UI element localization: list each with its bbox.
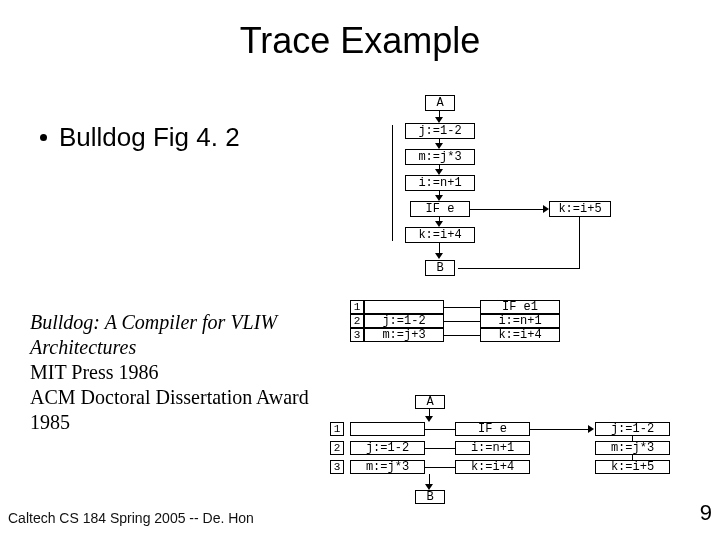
citation-block: Bulldog: A Compiler for VLIW Architectur… (30, 310, 330, 435)
node: k:=i+4 (405, 227, 475, 243)
cell: j:=1-2 (364, 314, 444, 328)
row-num: 3 (350, 328, 364, 342)
cell: m:=j*3 (595, 441, 670, 455)
citation-line: ACM Doctoral Dissertation Award 1985 (30, 385, 330, 435)
page-title: Trace Example (0, 0, 720, 82)
slide-number: 9 (700, 500, 712, 526)
bullet-text: Bulldog Fig 4. 2 (59, 122, 240, 153)
row-num: 2 (350, 314, 364, 328)
bullet-dot-icon (40, 134, 47, 141)
cell: i:=n+1 (455, 441, 530, 455)
cell: m:=j*3 (350, 460, 425, 474)
cell: m:=j+3 (364, 328, 444, 342)
row-num: 1 (330, 422, 344, 436)
row-num: 2 (330, 441, 344, 455)
cell: IF e (455, 422, 530, 436)
row-num: 1 (350, 300, 364, 314)
cell: j:=1-2 (350, 441, 425, 455)
node-b: B (425, 260, 455, 276)
diagram-flowchart: A j:=1-2 m:=j*3 i:=n+1 IF e k:=i+5 k:=i+… (350, 95, 650, 295)
cell: k:=i+4 (480, 328, 560, 342)
footer-text: Caltech CS 184 Spring 2005 -- De. Hon (8, 510, 254, 526)
node: m:=j*3 (405, 149, 475, 165)
diagram-expanded: A 1 2 3 j:=1-2 m:=j*3 IF e i:=n+1 k:=i+4… (330, 395, 700, 525)
cell-empty (364, 300, 444, 314)
cell: k:=i+4 (455, 460, 530, 474)
node-if: IF e (410, 201, 470, 217)
citation-title: Bulldog: A Compiler for VLIW Architectur… (30, 310, 330, 360)
cell: IF e1 (480, 300, 560, 314)
node-a: A (415, 395, 445, 409)
node: i:=n+1 (405, 175, 475, 191)
cell: j:=1-2 (595, 422, 670, 436)
citation-line: MIT Press 1986 (30, 360, 330, 385)
diagram-schedule: 1 2 3 j:=1-2 m:=j+3 IF e1 i:=n+1 k:=i+4 (350, 300, 670, 390)
row-num: 3 (330, 460, 344, 474)
cell: k:=i+5 (595, 460, 670, 474)
node: j:=1-2 (405, 123, 475, 139)
node-b: B (415, 490, 445, 504)
node-branch: k:=i+5 (549, 201, 611, 217)
node-a: A (425, 95, 455, 111)
cell-empty (350, 422, 425, 436)
cell: i:=n+1 (480, 314, 560, 328)
